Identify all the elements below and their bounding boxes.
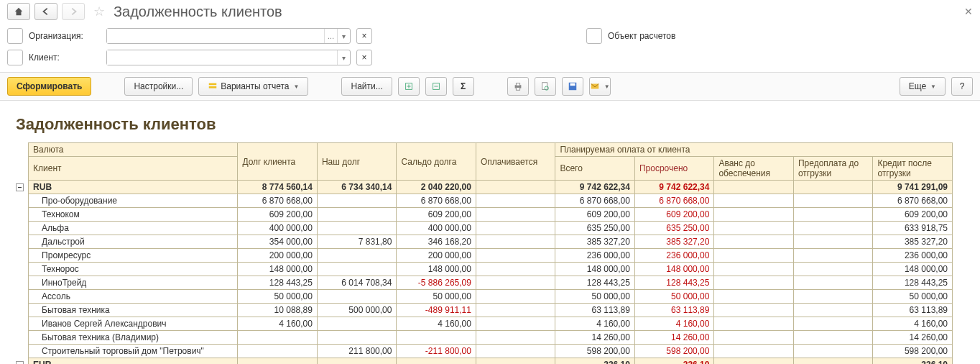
email-button[interactable]: ▼ bbox=[589, 77, 611, 96]
table-row[interactable]: Промресурс200 000,00200 000,00236 000,00… bbox=[11, 249, 953, 263]
header-credit: Кредит после отгрузки bbox=[873, 157, 953, 181]
variants-button[interactable]: Варианты отчета▼ bbox=[198, 77, 308, 96]
client-filter-label: Клиент: bbox=[29, 53, 101, 63]
save-button[interactable] bbox=[562, 77, 583, 96]
row-name: Техноком bbox=[29, 208, 238, 222]
table-row[interactable]: −EUR336,10336,10336,10 bbox=[11, 358, 953, 365]
preview-button[interactable] bbox=[535, 77, 556, 96]
row-name: Дальстрой bbox=[29, 235, 238, 249]
org-filter-clear[interactable]: × bbox=[356, 28, 372, 44]
table-row[interactable]: Про-оборудование6 870 668,006 870 668,00… bbox=[11, 194, 953, 208]
org-filter-more-icon[interactable]: … bbox=[324, 29, 337, 43]
table-row[interactable]: Дальстрой354 000,007 831,80346 168,20385… bbox=[11, 235, 953, 249]
header-advance: Аванс до обеспечения bbox=[714, 157, 794, 181]
row-name: Технорос bbox=[29, 263, 238, 276]
svg-rect-0 bbox=[209, 83, 217, 86]
row-name: Иванов Сергей Александрович bbox=[29, 317, 238, 331]
svg-rect-1 bbox=[209, 86, 217, 88]
tree-toggle[interactable]: − bbox=[16, 361, 24, 364]
svg-rect-5 bbox=[516, 83, 519, 86]
header-currency: Валюта bbox=[29, 143, 238, 157]
table-row[interactable]: Строительный торговый дом "Петрович"211 … bbox=[11, 345, 953, 358]
more-button[interactable]: Еще▼ bbox=[900, 77, 946, 96]
forward-button[interactable] bbox=[62, 3, 85, 20]
form-button[interactable]: Сформировать bbox=[7, 77, 91, 96]
row-name: Про-оборудование bbox=[29, 194, 238, 208]
row-name: EUR bbox=[29, 358, 238, 365]
client-filter-input[interactable]: ▾ bbox=[106, 50, 351, 65]
header-plan-pay: Планируемая оплата от клиента bbox=[555, 143, 953, 157]
settings-button[interactable]: Настройки... bbox=[124, 77, 193, 96]
table-row[interactable]: Бытовая техника10 088,89500 000,00-489 9… bbox=[11, 304, 953, 317]
header-our-debt: Наш долг bbox=[317, 143, 397, 181]
client-filter-dropdown-icon[interactable]: ▾ bbox=[337, 50, 350, 65]
collapse-all-button[interactable] bbox=[425, 77, 447, 96]
report-title: Задолженность клиентов bbox=[16, 115, 969, 134]
home-button[interactable] bbox=[7, 3, 30, 20]
back-button[interactable] bbox=[34, 3, 57, 20]
table-row[interactable]: ИнноТрейд128 443,256 014 708,34-5 886 26… bbox=[11, 276, 953, 290]
find-button[interactable]: Найти... bbox=[341, 77, 392, 96]
table-row[interactable]: Бытовая техника (Владимир)14 260,0014 26… bbox=[11, 331, 953, 345]
org-filter-label: Организация: bbox=[29, 31, 101, 41]
header-debt: Долг клиента bbox=[238, 143, 318, 181]
header-saldo: Сальдо долга bbox=[397, 143, 476, 181]
sum-button[interactable]: Σ bbox=[453, 77, 474, 96]
row-name: RUB bbox=[29, 181, 238, 194]
obj-rasch-label: Объект расчетов bbox=[608, 31, 675, 41]
tree-toggle[interactable]: − bbox=[16, 183, 24, 191]
client-filter-checkbox[interactable] bbox=[7, 50, 23, 65]
help-button[interactable]: ? bbox=[951, 77, 973, 96]
table-row[interactable]: Техноком609 200,00609 200,00609 200,0060… bbox=[11, 208, 953, 222]
favorite-star-icon[interactable]: ☆ bbox=[93, 4, 105, 19]
row-name: Бытовая техника bbox=[29, 304, 238, 317]
header-client: Клиент bbox=[29, 157, 238, 181]
header-paying: Оплачивается bbox=[476, 143, 555, 181]
svg-rect-10 bbox=[570, 83, 575, 86]
table-row[interactable]: Иванов Сергей Александрович4 160,004 160… bbox=[11, 317, 953, 331]
row-name: Альфа bbox=[29, 222, 238, 235]
page-title: Задолженность клиентов bbox=[114, 4, 282, 20]
table-row[interactable]: Технорос148 000,00148 000,00148 000,0014… bbox=[11, 263, 953, 276]
svg-rect-6 bbox=[516, 88, 519, 91]
org-filter-text[interactable] bbox=[107, 29, 324, 43]
header-prepay: Предоплата до отгрузки bbox=[793, 157, 873, 181]
table-row[interactable]: Альфа400 000,00400 000,00635 250,00635 2… bbox=[11, 222, 953, 235]
client-filter-clear[interactable]: × bbox=[356, 50, 372, 65]
row-name: Бытовая техника (Владимир) bbox=[29, 331, 238, 345]
header-overdue: Просрочено bbox=[634, 157, 714, 181]
row-name: Ассоль bbox=[29, 290, 238, 304]
obj-rasch-checkbox[interactable] bbox=[586, 28, 602, 44]
client-filter-text[interactable] bbox=[107, 50, 337, 65]
table-row[interactable]: −RUB8 774 560,146 734 340,142 040 220,00… bbox=[11, 181, 953, 194]
org-filter-checkbox[interactable] bbox=[7, 28, 23, 44]
variants-icon bbox=[208, 81, 218, 91]
row-name: ИнноТрейд bbox=[29, 276, 238, 290]
print-button[interactable] bbox=[507, 77, 529, 96]
report-table: Валюта Долг клиента Наш долг Сальдо долг… bbox=[11, 142, 953, 364]
org-filter-input[interactable]: … ▾ bbox=[106, 28, 351, 44]
close-button[interactable]: ✕ bbox=[964, 6, 973, 17]
expand-all-button[interactable] bbox=[398, 77, 420, 96]
table-row[interactable]: Ассоль50 000,0050 000,0050 000,0050 000,… bbox=[11, 290, 953, 304]
header-total: Всего bbox=[555, 157, 635, 181]
org-filter-dropdown-icon[interactable]: ▾ bbox=[337, 29, 350, 43]
row-name: Строительный торговый дом "Петрович" bbox=[29, 345, 238, 358]
row-name: Промресурс bbox=[29, 249, 238, 263]
